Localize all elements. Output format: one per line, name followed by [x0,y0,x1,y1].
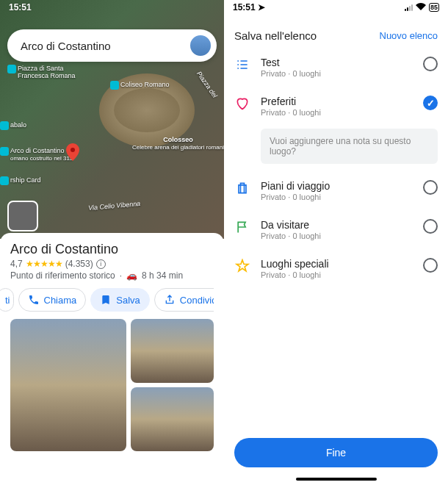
battery-icon: 85 [429,3,439,12]
wifi-icon [416,2,426,12]
search-bar[interactable]: Arco di Costantino [7,29,217,62]
star-icon [234,258,250,274]
list-item-test[interactable]: TestPrivato · 0 luoghi [224,48,448,87]
list-radio[interactable] [423,57,438,71]
rating-value: 4,7 [10,259,23,269]
profile-avatar[interactable] [189,34,212,57]
chip-fragment-left[interactable]: ti [0,288,14,312]
save-button[interactable]: Salva [90,288,150,312]
list-meta: Privato · 0 luoghi [261,231,413,240]
note-input[interactable]: Vuoi aggiungere una nota su questo luogo… [261,129,438,164]
flag-icon [234,219,250,235]
place-category: Punto di riferimento storico [10,270,115,281]
list-item-piani[interactable]: Piani di viaggioPrivato · 0 luoghi [224,171,448,210]
list-radio[interactable] [423,96,438,110]
phone-icon [28,294,40,306]
list-meta: Privato · 0 luoghi [261,270,413,279]
suitcase-icon [234,180,250,196]
list-item-visitare[interactable]: Da visitarePrivato · 0 luoghi [224,210,448,249]
status-bar-right: 15:51 ➤ 85 [224,0,448,15]
list-meta: Privato · 0 luoghi [261,108,413,117]
action-chips: ti Chiama Salva Condividi [0,288,214,312]
list-radio[interactable] [423,258,438,273]
list-radio[interactable] [423,180,438,195]
map-label-colosseo[interactable]: ColosseoCelebre arena dei gladiatori rom… [132,136,224,151]
save-title: Salva nell'elenco [234,29,317,42]
svg-point-0 [71,148,75,152]
list-item-preferiti[interactable]: PreferitiPrivato · 0 luoghi [224,87,448,126]
new-list-button[interactable]: Nuovo elenco [380,30,438,41]
rating-row[interactable]: 4,7 ★★★★★ (4.353) i [10,259,214,269]
stars-icon: ★★★★★ [26,259,62,269]
heart-icon [234,96,250,112]
list-name: Piani di viaggio [261,180,413,192]
review-count: (4.353) [65,259,93,269]
photo-main[interactable] [10,319,126,451]
call-button[interactable]: Chiama [18,288,87,312]
list-item-speciali[interactable]: Luoghi specialiPrivato · 0 luoghi [224,249,448,288]
list-name: Preferiti [261,96,413,107]
list-name: Luoghi speciali [261,258,413,270]
status-bar-left: 15:51 [0,0,224,15]
map-label-arco[interactable]: Arco di Costantinoomano costruito nel 31… [0,147,73,162]
list-meta: Privato · 0 luoghi [261,69,413,78]
map-label-rship[interactable]: rship Card [0,176,41,184]
map-label-coliseo[interactable]: Coliseo Romano [110,81,170,88]
status-time: 15:51 [9,2,32,12]
map-label-piazza[interactable]: Piazza di SantaFrancesca Romana [7,65,76,79]
car-icon: 🚗 [126,270,137,281]
lists-container: TestPrivato · 0 luoghiPreferitiPrivato ·… [224,48,448,431]
photo-3[interactable] [131,387,214,451]
place-card: Arco di Costantino 4,7 ★★★★★ (4.353) i P… [0,233,224,485]
share-icon [164,294,176,306]
location-pin-icon[interactable] [66,143,79,161]
list-radio[interactable] [423,219,438,234]
info-icon[interactable]: i [96,259,106,269]
list-name: Test [261,57,413,68]
list-icon [234,57,250,73]
road-label-celio: Via Celio Vibenna [88,200,141,212]
eta-value: 8 h 34 min [142,270,183,281]
home-indicator[interactable] [296,478,377,481]
place-title: Arco di Costantino [10,242,214,257]
bookmark-icon [100,294,112,306]
road-label-piazza: Piazza del [195,70,219,99]
list-meta: Privato · 0 luoghi [261,193,413,201]
done-button[interactable]: Fine [234,438,438,467]
photo-gallery[interactable] [10,319,214,451]
share-button[interactable]: Condividi [154,288,214,312]
status-time: 15:51 [233,2,256,12]
search-input[interactable]: Arco di Costantino [21,40,189,52]
street-view-button[interactable] [7,201,38,231]
signal-icon [405,4,413,11]
list-name: Da visitare [261,219,413,231]
photo-2[interactable] [131,319,214,383]
map-label-abalo[interactable]: abalo [0,121,26,129]
location-arrow-icon: ➤ [258,2,265,12]
